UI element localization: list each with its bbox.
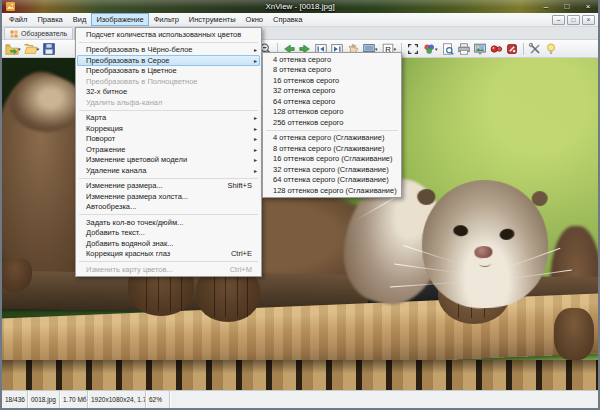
menu-item-label: 64 оттенка серого (273, 97, 335, 106)
mdi-restore-button[interactable]: □ (567, 15, 580, 25)
menu-view[interactable]: Вид (68, 13, 92, 26)
menu-file[interactable]: Файл (4, 13, 32, 26)
mdi-minimize-button[interactable]: – (552, 15, 565, 25)
gray-submenu-item[interactable]: 256 оттенков серого (264, 117, 400, 128)
status-filesize: 1.70 Мб (60, 391, 88, 408)
save-button[interactable] (41, 41, 57, 57)
image-menu-item[interactable]: Преобразовать в Цветное (77, 66, 260, 77)
menu-item-label: 32-х битное (86, 87, 127, 96)
hints-button[interactable] (543, 41, 559, 57)
minimize-button[interactable]: – (540, 1, 552, 12)
dropdown-caret-icon[interactable]: ▾ (18, 46, 21, 52)
preview-icon (441, 42, 455, 56)
submenu-arrow-icon: ▸ (250, 135, 257, 142)
status-zoom-level: 62% (146, 391, 170, 408)
menu-window[interactable]: Окно (241, 13, 268, 26)
tools-icon (528, 42, 542, 56)
window-title: XnView - [0018.jpg] (265, 2, 334, 11)
menu-item-label: Преобразовать в Серое (86, 56, 170, 65)
image-menu-item[interactable]: Добавить водяной знак... (77, 238, 260, 249)
statusbar: 18/4360018.jpg1.70 Мб1920x1080x24, 1.786… (2, 390, 598, 408)
maximize-button[interactable]: □ (561, 1, 573, 12)
otter-mouth (479, 260, 491, 268)
gray-submenu-item[interactable]: 64 оттенка серого (264, 96, 400, 107)
mdi-close-button[interactable]: × (582, 15, 595, 25)
settings-tools-button[interactable] (527, 41, 543, 57)
menu-item-label: Преобразовать в Полноцветное (86, 77, 198, 86)
status-dimensions: 1920x1080x24, 1.78 (88, 391, 146, 408)
image-menu-item[interactable]: Поворот▸ (77, 134, 260, 145)
submenu-arrow-icon: ▸ (250, 125, 257, 132)
image-menu-item[interactable]: Изменение цветовой модели▸ (77, 155, 260, 166)
image-menu-item[interactable]: Автообрезка... (77, 202, 260, 213)
image-menu-item[interactable]: Преобразовать в Серое▸ (77, 55, 260, 66)
gray-submenu-item[interactable]: 64 оттенка серого (Сглаживание) (264, 175, 400, 186)
image-menu-item[interactable]: Удаление канала▸ (77, 165, 260, 176)
otter-nose (474, 246, 493, 259)
image-menu-item[interactable]: Задать кол-во точек/дюйм... (77, 217, 260, 228)
menu-item-label: Задать кол-во точек/дюйм... (86, 218, 183, 227)
caption-buttons: –□× (540, 1, 594, 12)
gray-submenu-item[interactable]: 4 оттенка серого (264, 54, 400, 65)
image-menu-item[interactable]: Карта▸ (77, 113, 260, 124)
gray-submenu-item[interactable]: 4 оттенка серого (Сглаживание) (264, 133, 400, 144)
image-menu-item[interactable]: Изменение размера...Shift+S (77, 181, 260, 192)
menubar-items: ФайлПравкаВидИзображениеФильтрИнструмент… (4, 13, 307, 26)
otter-eye (453, 225, 469, 237)
lightbulb-icon (544, 42, 558, 56)
menu-item-label: Автообрезка... (86, 202, 136, 211)
titlebar[interactable]: XnView - [0018.jpg] –□× (2, 0, 598, 13)
dropdown-caret-icon[interactable]: ▾ (37, 46, 40, 52)
menu-item-label: Коррекция красных глаз (86, 249, 170, 258)
gray-submenu-item[interactable]: 128 оттенков серого (264, 107, 400, 118)
gray-submenu-item[interactable]: 8 оттенка серого (264, 65, 400, 76)
menu-item-label: Добавить водяной знак... (86, 239, 173, 248)
menu-image[interactable]: Изображение (91, 13, 148, 26)
submenu-arrow-icon: ▸ (250, 167, 257, 174)
dropdown-caret-icon[interactable]: ▾ (435, 46, 438, 52)
menu-item-label: Коррекция (86, 124, 123, 133)
image-menu-item[interactable]: Изменение размера холста... (77, 191, 260, 202)
red-stamp-button[interactable] (504, 41, 520, 57)
otter-paw (196, 270, 260, 322)
fence-pickets (2, 360, 598, 390)
menu-separator (79, 42, 258, 43)
image-menu-item[interactable]: Преобразовать в Чёрно-белое▸ (77, 45, 260, 56)
submenu-arrow-icon: ▸ (250, 46, 257, 53)
red-eye-button[interactable] (488, 41, 504, 57)
gray-submenu-item[interactable]: 16 оттенков серого (264, 75, 400, 86)
slideshow-button[interactable] (472, 41, 488, 57)
menu-separator (79, 110, 258, 111)
image-menu-item[interactable]: Коррекция красных глазCtrl+E (77, 249, 260, 260)
menu-item-label: Карта (86, 113, 106, 122)
preview-button[interactable] (440, 41, 456, 57)
image-menu-item[interactable]: Подсчет количества использованных цветов (77, 29, 260, 40)
menu-edit[interactable]: Правка (32, 13, 67, 26)
menu-item-label: 256 оттенков серого (273, 118, 343, 127)
gray-submenu-item[interactable]: 32 оттенка серого (Сглаживание) (264, 164, 400, 175)
close-button[interactable]: × (582, 1, 594, 12)
menu-item-label: 64 оттенка серого (Сглаживание) (273, 175, 389, 184)
gray-submenu-item[interactable]: 8 оттенка серого (Сглаживание) (264, 143, 400, 154)
menu-item-label: Удалить альфа-канал (86, 98, 162, 107)
print-button[interactable] (456, 41, 472, 57)
image-menu-item[interactable]: Отражение▸ (77, 144, 260, 155)
menu-item-label: Преобразовать в Цветное (86, 66, 177, 75)
menu-tools[interactable]: Инструменты (184, 13, 241, 26)
tab-browser[interactable]: Обозреватель (4, 27, 73, 39)
gray-submenu-item[interactable]: 32 оттенка серого (264, 86, 400, 97)
menu-item-label: 128 оттенков серого (273, 107, 343, 116)
gray-submenu-item[interactable]: 128 оттенков серого (Сглаживание) (264, 185, 400, 196)
otter-paw (554, 308, 594, 360)
image-menu-item[interactable]: Добавить текст... (77, 228, 260, 239)
slideshow-icon (473, 42, 487, 56)
menu-help[interactable]: Справка (268, 13, 307, 26)
gray-submenu-item[interactable]: 16 оттенков серого (Сглаживание) (264, 154, 400, 165)
menu-item-label: Изменение цветовой модели (86, 155, 187, 164)
crop-button[interactable] (405, 41, 421, 57)
menu-item-shortcut: Ctrl+M (230, 265, 257, 274)
menu-filter[interactable]: Фильтр (149, 13, 184, 26)
menu-item-label: Изменить карту цветов... (86, 265, 173, 274)
image-menu-item[interactable]: 32-х битное (77, 87, 260, 98)
image-menu-item[interactable]: Коррекция▸ (77, 123, 260, 134)
